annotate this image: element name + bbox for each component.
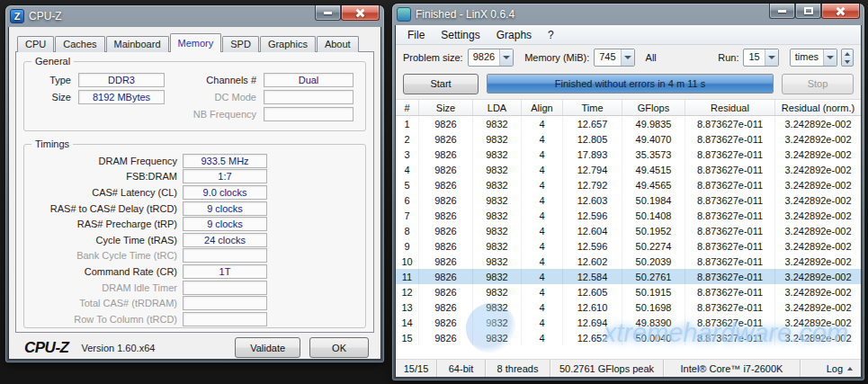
timing-label: Cycle Time (tRAS) xyxy=(28,235,183,246)
cpuz-tab-bar: CPU Caches Mainboard Memory xyxy=(15,33,374,52)
close-button[interactable] xyxy=(821,4,860,19)
minimize-button[interactable] xyxy=(769,4,795,19)
start-button[interactable]: Start xyxy=(403,74,479,94)
tab[interactable]: About xyxy=(317,36,359,52)
column-header-residual[interactable]: Residual xyxy=(685,100,775,115)
cell-residual: 8.873627e-011 xyxy=(685,162,775,177)
column-header-residual-norm[interactable]: Residual (norm.) xyxy=(775,100,861,115)
memory-combobox[interactable]: 745 xyxy=(594,49,634,67)
minimize-button[interactable] xyxy=(315,5,341,21)
cell-gflops: 50.1698 xyxy=(622,299,685,315)
table-row[interactable]: 7 9826 9832 4 12.596 50.1408 8.873627e-0… xyxy=(396,208,861,223)
tab[interactable]: Mainboard xyxy=(106,36,169,52)
timing-row: Command Rate (CR) 1T xyxy=(28,263,362,280)
linx-titlebar[interactable]: Finished - LinX 0.6.4 xyxy=(395,4,862,25)
spin-up-icon[interactable] xyxy=(845,52,850,56)
cell-index: 2 xyxy=(396,131,419,147)
cell-residual: 8.873627e-011 xyxy=(685,223,775,238)
cell-lda: 9832 xyxy=(473,315,522,330)
cell-gflops: 50.1952 xyxy=(622,223,685,238)
menu-item[interactable]: Graphs xyxy=(488,27,540,43)
cpuz-titlebar[interactable]: Z CPU-Z xyxy=(8,5,381,27)
column-header-index[interactable]: # xyxy=(396,100,419,115)
chevron-down-icon[interactable] xyxy=(499,49,513,66)
problem-size-combobox[interactable]: 9826 xyxy=(468,49,514,67)
times-combobox[interactable]: times xyxy=(790,49,837,67)
timings-group-title: Timings xyxy=(31,138,73,149)
menu-item[interactable]: File xyxy=(399,27,433,43)
times-spinner[interactable] xyxy=(841,49,854,67)
stop-button[interactable]: Stop xyxy=(782,74,854,94)
memory-label: Memory (MiB): xyxy=(524,52,589,63)
cell-lda: 9832 xyxy=(473,254,522,269)
close-button[interactable] xyxy=(341,5,380,21)
run-combobox[interactable]: 15 xyxy=(743,49,778,67)
cell-index: 6 xyxy=(396,192,419,208)
column-header-time[interactable]: Time xyxy=(563,100,622,115)
table-row[interactable]: 12 9826 9832 4 12.605 50.1915 8.873627e-… xyxy=(396,284,861,299)
column-header-size[interactable]: Size xyxy=(419,100,473,115)
cell-time: 12.657 xyxy=(563,116,622,131)
table-row[interactable]: 1 9826 9832 4 12.657 49.9835 8.873627e-0… xyxy=(396,116,861,131)
cell-index: 15 xyxy=(396,330,419,345)
cell-size: 9826 xyxy=(419,330,473,345)
nb-frequency-value xyxy=(264,107,353,121)
column-header-gflops[interactable]: GFlops xyxy=(622,100,685,115)
menu-item[interactable]: Settings xyxy=(433,27,488,43)
memory-value: 745 xyxy=(595,49,620,66)
table-row[interactable]: 2 9826 9832 4 12.805 49.4070 8.873627e-0… xyxy=(396,131,861,147)
column-header-align[interactable]: Align xyxy=(522,100,563,115)
cell-align: 4 xyxy=(522,223,563,238)
tab[interactable]: Caches xyxy=(55,36,104,52)
table-row[interactable]: 11 9826 9832 4 12.584 50.2761 8.873627e-… xyxy=(396,269,861,284)
table-row[interactable]: 9 9826 9832 4 12.596 50.2274 8.873627e-0… xyxy=(396,238,861,254)
progress-bar: Finished without errors in 4 m 11 s xyxy=(487,74,774,94)
table-row[interactable]: 8 9826 9832 4 12.604 50.1952 8.873627e-0… xyxy=(396,223,861,238)
cell-gflops: 50.2039 xyxy=(622,254,685,269)
timing-row: Bank Cycle Time (tRC) xyxy=(28,248,362,264)
cell-time: 12.603 xyxy=(563,192,622,208)
cell-gflops: 49.4515 xyxy=(622,162,685,177)
table-row[interactable]: 4 9826 9832 4 12.794 49.4515 8.873627e-0… xyxy=(396,162,861,177)
cell-time: 12.584 xyxy=(563,269,622,284)
timing-label: RAS# Precharge (tRP) xyxy=(28,219,183,229)
chevron-down-icon[interactable] xyxy=(621,49,634,66)
tab[interactable]: CPU xyxy=(17,36,54,52)
table-row[interactable]: 6 9826 9832 4 12.603 50.1984 8.873627e-0… xyxy=(396,192,861,208)
table-row[interactable]: 13 9826 9832 4 12.610 50.1698 8.873627e-… xyxy=(396,299,861,315)
cell-size: 9826 xyxy=(419,254,473,269)
table-row[interactable]: 3 9826 9832 4 17.893 35.3573 8.873627e-0… xyxy=(396,147,861,162)
spin-down-icon[interactable] xyxy=(845,60,850,64)
type-value: DDR3 xyxy=(78,73,165,87)
log-button[interactable]: Log xyxy=(801,360,861,377)
column-header-lda[interactable]: LDA xyxy=(473,100,522,115)
cell-lda: 9832 xyxy=(473,116,522,131)
cell-residual-norm: 3.242892e-002 xyxy=(775,284,861,299)
cell-time: 12.805 xyxy=(563,131,622,147)
menu-item[interactable]: ? xyxy=(540,27,562,43)
log-button-label: Log xyxy=(827,363,843,374)
cell-index: 13 xyxy=(396,299,419,315)
table-row[interactable]: 15 9826 9832 4 12.652 50.0040 8.873627e-… xyxy=(396,330,861,345)
timing-label: Row To Column (tRCD) xyxy=(28,314,183,325)
timing-label: Command Rate (CR) xyxy=(28,266,183,277)
cell-lda: 9832 xyxy=(473,284,522,299)
table-row[interactable]: 14 9826 9832 4 12.694 49.8390 8.873627e-… xyxy=(396,315,861,330)
cell-gflops: 50.1408 xyxy=(622,208,685,223)
run-label: Run: xyxy=(718,52,738,63)
maximize-button[interactable] xyxy=(795,4,821,19)
cell-index: 14 xyxy=(396,315,419,330)
ok-button[interactable]: OK xyxy=(309,337,369,358)
table-row[interactable]: 5 9826 9832 4 12.792 49.4565 8.873627e-0… xyxy=(396,177,861,192)
chevron-down-icon[interactable] xyxy=(765,49,778,66)
timing-label: DRAM Idle Timer xyxy=(28,282,183,293)
tab[interactable]: Graphics xyxy=(260,36,316,52)
cell-size: 9826 xyxy=(419,131,473,147)
timing-value: 1:7 xyxy=(183,169,267,183)
tab[interactable]: Memory xyxy=(170,33,222,52)
tab[interactable]: SPD xyxy=(222,36,259,52)
cell-residual-norm: 3.242892e-002 xyxy=(775,192,861,208)
validate-button[interactable]: Validate xyxy=(235,337,300,358)
chevron-down-icon[interactable] xyxy=(823,49,837,66)
table-row[interactable]: 10 9826 9832 4 12.602 50.2039 8.873627e-… xyxy=(396,254,861,269)
